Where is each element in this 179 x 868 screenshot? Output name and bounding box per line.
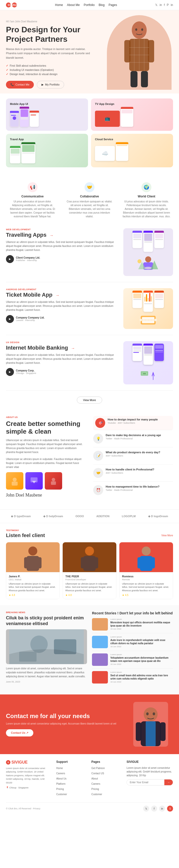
ticket-screen-b [144,291,153,312]
svg-point-33 [52,478,55,482]
logo-4: ADEITION [96,515,110,518]
footer-logo: S SIVIGUE [6,760,51,765]
about-title: Create better something simple & clean [6,420,86,435]
nav-portfolio[interactable]: Portfolio [84,3,95,7]
play-button-2[interactable]: ▶ [6,315,14,323]
card-title-3: Travel App [10,138,84,141]
test-name-1: James P. [9,575,57,578]
blog-item-5[interactable]: ⏰ How to management time to life balance… [93,485,173,498]
blog-circle-5: ⏰ [93,485,103,495]
feature-collaborative-desc: Cras purus interdum quisquam ac vitalist… [65,200,114,218]
blog-sidebar-item-3[interactable]: Lorem ipsum Voluptatem accusantium dolor… [92,653,173,669]
contact-button[interactable]: 📞 Contact Me [6,81,34,89]
blog-sidebar-date-1: 16 Jun 2022 [110,628,173,630]
about-label: About Us [6,416,86,418]
screen-b [144,231,153,252]
cta-desc: Lorem ipsum dolor sit amet consectetur a… [6,722,128,726]
travel-mock [10,146,20,163]
footer-social-instagram[interactable]: in [159,806,165,811]
footer: S SIVIGUE Lorem ipsum dolor sit consecte… [0,754,179,817]
play-button-3[interactable]: ▶ [6,368,14,376]
blog-text-1: How to design impact for many people You… [108,418,158,424]
banking-illustration: $$$ [136,366,160,382]
project-visual-1 [123,228,173,276]
footer-social-badge[interactable]: S [167,806,173,811]
cta-title: Contact me for all your needs [6,712,128,720]
client-sub-2: Laravel · Internship [16,319,44,321]
cloud-icon: ☁️ [102,150,109,157]
social-linkedin[interactable]: in [159,3,162,7]
footer-social-twitter[interactable]: 𝕏 [143,806,149,811]
svg-rect-46 [151,557,155,568]
portfolio-card-3[interactable]: Travel App [6,134,88,167]
svg-rect-36 [27,556,39,571]
test-body-3: Romiess Remote Ullamcorper ac ultricies … [119,572,173,599]
nav-home[interactable]: Home [55,3,63,7]
social-pinterest[interactable]: P [167,3,169,7]
blog-sidebar-item-2[interactable]: Lorem ipsum Aute irure in reprehenderit … [92,636,173,651]
nav-blog[interactable]: Blog [99,3,105,7]
portfolio-card-1[interactable]: Mobile App UI [6,98,88,131]
cta-button[interactable]: Contact Us ↗ [6,729,33,737]
newsletter-input[interactable] [127,779,164,785]
blog-sidebar: Recent Stories ! Don't let your info be … [92,611,173,688]
footer-social: 𝕏 f in S [143,806,173,811]
svg-rect-5 [141,71,148,87]
blog-sidebar-item-4[interactable]: Lorem ipsum Sed ut small team did adminu… [92,671,173,686]
blog-item-2[interactable]: 💡 Dare to make big decisions at a young … [93,434,173,447]
feature-world-client-title: World Client [122,195,171,198]
testimonials-section: Testimony Listen feel client View More J… [0,523,179,606]
cta-section: Contact me for all your needs Lorem ipsu… [0,694,179,754]
project-banking: UX Design Internet Mobile Banking → Ulla… [6,341,173,391]
blog-thumb-2 [92,636,108,648]
blog-item-4[interactable]: 🤝 How to handle client in Professional? … [93,468,173,482]
test-body-1: James P. CEO, Makati Ullamcorper ac ultr… [6,572,60,599]
footer-social-facebook[interactable]: f [151,806,157,811]
about-desc-1: Ullamcorper ac ultricies ipsum in vulput… [6,438,86,454]
world-client-icon: 🌍 [142,182,151,192]
phone-mock-1 [10,111,19,127]
portfolio-card-2[interactable]: TV App Design 📺 [91,98,173,131]
pages-link-5: Pricing [91,787,122,791]
ticket-screen-c [154,291,164,308]
project-title-1: Travelling Apps → [6,232,119,238]
project-title-3: Internet Mobile Banking → [6,345,119,351]
testimonials-view-all[interactable]: View More [161,534,173,537]
svg-rect-54 [160,722,166,741]
project-visual-2 [123,288,173,329]
blog-thumb-1 [92,618,108,630]
portfolio-button[interactable]: ▶ My Portfolio [37,81,64,89]
social-facebook[interactable]: f [164,3,165,7]
tv-mock: 📺 [95,111,120,127]
blog-sidebar-text-3: Lorem ipsum Voluptatem accusantium dolor… [110,653,173,666]
logo-2: ◆ D helpDream [43,515,63,518]
portfolio-card-4[interactable]: Cloud Service ☁️ [91,134,173,167]
blog-sidebar-tag-1: Lorem ipsum [110,618,173,620]
ticket-screen-a [132,291,142,308]
blog-circle-3: 📝 [93,451,103,461]
footer-support-title: Support [56,760,86,764]
cloud-phone [116,142,128,161]
nav-pages[interactable]: Pages [109,3,117,7]
svg-rect-37 [24,557,28,568]
travel-illustration [135,253,161,274]
footer-logo-dot: S [6,760,10,765]
svg-rect-42 [94,557,98,568]
blog-item-1[interactable]: 🎯 How to design impact for many people Y… [93,416,173,430]
logo[interactable]: S SIVIGUE [6,2,17,7]
newsletter-button[interactable]: → [164,779,173,785]
social-twitter[interactable]: 𝕏 [155,3,158,7]
projects-section: Web Development Travelling Apps → Ullamc… [0,228,179,408]
blog-sidebar-item-1[interactable]: Lorem ipsum Morestem kopsi qui officis d… [92,618,173,633]
support-link-5: Pricing [56,787,86,791]
logo-icon-6: ◆ [148,515,150,518]
play-button-1[interactable]: ▶ [6,255,14,263]
blog-item-3[interactable]: 📝 What do product designers do every day… [93,451,173,464]
nav-about[interactable]: About Me [67,3,80,7]
social-instagram[interactable]: in [171,3,173,7]
blog-sidebar-text-2: Lorem ipsum Aute irure in reprehenderit … [110,636,173,648]
footer-bottom: © Ciluk Bro, All Reserved · Privacy 𝕏 f … [6,802,173,811]
view-more-button[interactable]: View More [77,397,102,404]
blog-sidebar-title: Recent Stories ! Don't let your info be … [92,611,173,615]
project-arrow-3: → [71,346,75,350]
